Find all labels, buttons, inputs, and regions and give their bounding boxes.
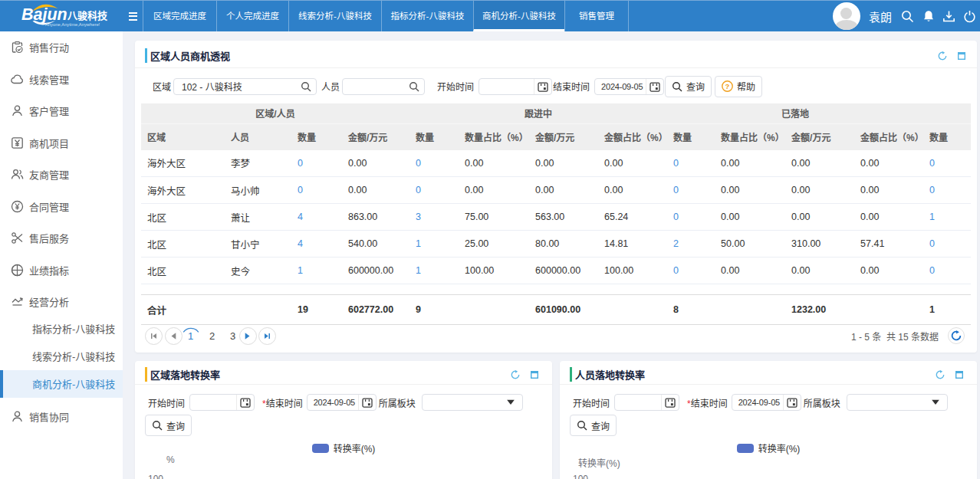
svg-text:Anyone,Anytime,Anywhere!: Anyone,Anytime,Anywhere! [45,22,100,27]
svg-text:八骏科技: 八骏科技 [67,10,108,21]
svg-text:?: ? [725,82,730,90]
svg-text:Bajun: Bajun [21,5,67,24]
